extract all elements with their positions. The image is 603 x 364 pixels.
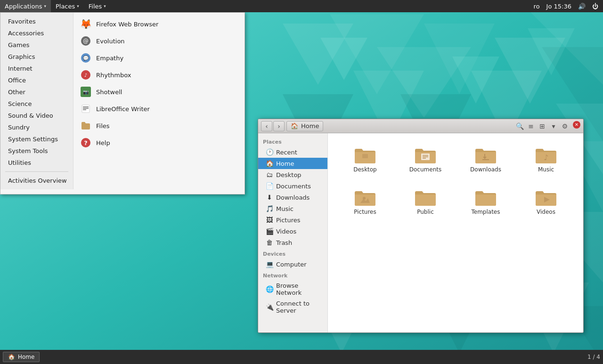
folder-downloads[interactable]: Downloads xyxy=(458,143,513,176)
sidebar-item-desktop[interactable]: 🗂 Desktop xyxy=(258,169,327,180)
places-menu-btn[interactable]: Places ▾ xyxy=(51,0,84,12)
sidebar-item-connect-server[interactable]: 🔌 Connect to Server xyxy=(258,298,327,316)
sound-icon[interactable]: 🔊 xyxy=(575,0,588,12)
category-system-tools[interactable]: System Tools xyxy=(0,145,73,157)
downloads-folder-icon xyxy=(474,146,497,164)
menu-separator xyxy=(5,171,68,172)
sidebar-item-music[interactable]: 🎵 Music xyxy=(258,203,327,214)
app-empathy[interactable]: 💬 Empathy xyxy=(73,49,244,66)
documents-sidebar-icon: 📄 xyxy=(266,182,273,190)
sidebar-item-recent[interactable]: 🕐 Recent xyxy=(258,146,327,158)
documents-folder-label: Documents xyxy=(409,166,441,173)
rhythmbox-icon: ♪ xyxy=(80,69,91,81)
libreoffice-writer-label: LibreOffice Writer xyxy=(96,105,150,113)
templates-folder-icon xyxy=(474,188,497,207)
power-icon[interactable]: ⏻ xyxy=(589,0,601,12)
sidebar-item-computer[interactable]: 💻 Computer xyxy=(258,259,327,270)
sidebar-item-browse-network[interactable]: 🌐 Browse Network xyxy=(258,280,327,298)
app-libreoffice-writer[interactable]: LibreOffice Writer xyxy=(73,100,244,117)
fm-forward-btn[interactable]: › xyxy=(273,121,285,131)
folder-public[interactable]: Public xyxy=(398,185,453,218)
apps-arrow-icon: ▾ xyxy=(44,4,46,8)
fm-location-bar[interactable]: 🏠 Home xyxy=(286,121,323,131)
folder-pictures[interactable]: Pictures xyxy=(337,185,393,218)
devices-heading: Devices xyxy=(258,248,327,259)
sidebar-item-documents[interactable]: 📄 Documents xyxy=(258,180,327,192)
svg-rect-43 xyxy=(82,105,90,113)
category-accessories[interactable]: Accessories xyxy=(0,27,73,39)
app-firefox[interactable]: 🦊 Firefox Web Browser xyxy=(73,16,244,32)
files-label: Files xyxy=(89,3,102,10)
folder-music[interactable]: ♪ Music xyxy=(518,143,574,176)
fm-grid-view-btn[interactable]: ⊞ xyxy=(537,121,547,131)
evolution-icon: @ xyxy=(80,35,91,47)
videos-sidebar-label: Videos xyxy=(276,228,296,235)
places-heading: Places xyxy=(258,136,327,146)
fm-sidebar: Places 🕐 Recent 🏠 Home 🗂 Desktop 📄 Docum… xyxy=(258,133,328,332)
taskbar-home-label: Home xyxy=(18,354,34,360)
files-menu-btn[interactable]: Files ▾ xyxy=(84,0,111,12)
folder-desktop[interactable]: Desktop xyxy=(337,143,393,176)
locale-indicator[interactable]: ro xyxy=(531,0,543,12)
category-utilities[interactable]: Utilities xyxy=(0,157,73,169)
category-sound-video[interactable]: Sound & Video xyxy=(0,110,73,121)
taskbar-home-item[interactable]: 🏠 Home xyxy=(3,352,40,362)
applications-menu-btn[interactable]: Applications ▾ xyxy=(0,0,51,12)
fm-list-view-btn[interactable]: ≡ xyxy=(526,121,536,131)
sidebar-item-videos[interactable]: 🎬 Videos xyxy=(258,226,327,237)
category-other[interactable]: Other xyxy=(0,86,73,98)
fm-close-btn[interactable]: ✕ xyxy=(573,121,580,129)
fm-back-btn[interactable]: ‹ xyxy=(261,121,272,131)
category-system-settings[interactable]: System Settings xyxy=(0,133,73,145)
fm-search-btn[interactable]: 🔍 xyxy=(514,121,525,131)
category-office[interactable]: Office xyxy=(0,74,73,86)
trash-sidebar-icon: 🗑 xyxy=(266,239,273,246)
evolution-label: Evolution xyxy=(96,38,125,45)
category-sundry[interactable]: Sundry xyxy=(0,121,73,133)
connect-server-label: Connect to Server xyxy=(276,300,323,314)
file-manager-window: ‹ › 🏠 Home 🔍 ≡ ⊞ ▾ ⚙ ✕ Places 🕐 Recent 🏠 xyxy=(258,119,584,333)
help-label: Help xyxy=(96,139,110,146)
category-favorites[interactable]: Favorites xyxy=(0,16,73,27)
sidebar-item-home[interactable]: 🏠 Home xyxy=(258,158,327,169)
downloads-sidebar-label: Downloads xyxy=(276,194,310,201)
videos-folder-label: Videos xyxy=(537,209,555,215)
svg-rect-49 xyxy=(362,154,368,158)
svg-text:📷: 📷 xyxy=(83,89,89,95)
category-science[interactable]: Science xyxy=(0,98,73,110)
trash-sidebar-label: Trash xyxy=(276,239,292,246)
sidebar-item-downloads[interactable]: ⬇ Downloads xyxy=(258,192,327,203)
fm-folder-grid: Desktop Documents xyxy=(337,143,574,218)
connect-server-icon: 🔌 xyxy=(266,303,273,311)
category-games[interactable]: Games xyxy=(0,39,73,51)
app-rhythmbox[interactable]: ♪ Rhythmbox xyxy=(73,66,244,83)
libreoffice-writer-icon xyxy=(80,103,91,114)
app-shotwell[interactable]: 📷 Shotwell xyxy=(73,83,244,100)
applications-label: Applications xyxy=(5,3,42,10)
folder-videos[interactable]: Videos xyxy=(518,185,574,218)
public-folder-label: Public xyxy=(417,209,434,215)
category-graphics[interactable]: Graphics xyxy=(0,51,73,63)
pictures-sidebar-icon: 🖼 xyxy=(266,216,273,224)
folder-documents[interactable]: Documents xyxy=(398,143,453,176)
network-heading: Network xyxy=(258,270,327,280)
fm-sort-btn[interactable]: ▾ xyxy=(548,121,559,131)
fm-settings-btn[interactable]: ⚙ xyxy=(560,121,570,131)
pictures-folder-icon xyxy=(354,188,376,207)
home-sidebar-icon: 🏠 xyxy=(266,160,273,167)
clock[interactable]: Jo 15:36 xyxy=(544,0,574,12)
category-internet[interactable]: Internet xyxy=(0,63,73,74)
svg-point-56 xyxy=(363,197,366,200)
sidebar-item-trash[interactable]: 🗑 Trash xyxy=(258,237,327,248)
activities-overview[interactable]: Activities Overview xyxy=(0,175,73,186)
videos-folder-icon xyxy=(535,188,557,207)
sidebar-item-pictures[interactable]: 🖼 Pictures xyxy=(258,214,327,226)
app-help[interactable]: ? Help xyxy=(73,134,244,151)
home-sidebar-label: Home xyxy=(276,160,294,167)
app-files[interactable]: Files xyxy=(73,117,244,134)
firefox-label: Firefox Web Browser xyxy=(96,21,158,28)
folder-templates[interactable]: Templates xyxy=(458,185,513,218)
app-evolution[interactable]: @ Evolution xyxy=(73,32,244,49)
recent-label: Recent xyxy=(276,149,297,156)
music-sidebar-label: Music xyxy=(276,205,293,212)
